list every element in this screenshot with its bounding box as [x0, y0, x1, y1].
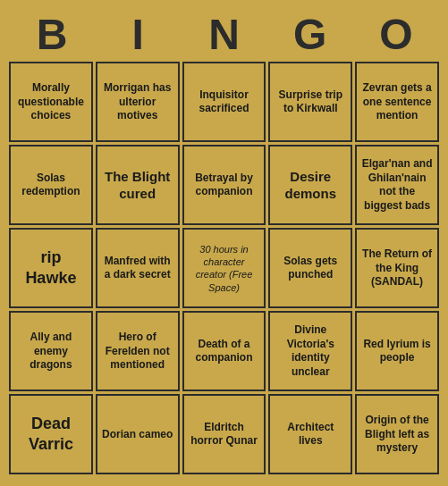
- bingo-cell-5[interactable]: Solas redemption: [9, 145, 93, 225]
- bingo-cell-4[interactable]: Zevran gets a one sentence mention: [355, 62, 439, 142]
- letter-i: I: [95, 12, 181, 59]
- letter-o: O: [353, 12, 439, 59]
- bingo-cell-1[interactable]: Morrigan has ulterior motives: [96, 62, 180, 142]
- bingo-cell-22[interactable]: Eldritch horror Qunar: [182, 394, 266, 474]
- bingo-cell-13[interactable]: Solas gets punched: [268, 228, 352, 308]
- bingo-cell-17[interactable]: Death of a companion: [182, 311, 266, 391]
- bingo-cell-19[interactable]: Red lyrium is people: [355, 311, 439, 391]
- bingo-cell-11[interactable]: Manfred with a dark secret: [96, 228, 180, 308]
- bingo-cell-10[interactable]: rip Hawke: [9, 228, 93, 308]
- bingo-cell-9[interactable]: Elgar'nan and Ghilan'nain not the bigges…: [355, 145, 439, 225]
- letter-n: N: [181, 12, 266, 59]
- bingo-cell-6[interactable]: The Blight cured: [96, 145, 180, 225]
- bingo-header: B I N G O: [9, 12, 439, 59]
- bingo-cell-23[interactable]: Architect lives: [268, 394, 352, 474]
- bingo-cell-14[interactable]: The Return of the King (SANDAL): [355, 228, 439, 308]
- bingo-cell-0[interactable]: Morally questionable choices: [9, 62, 93, 142]
- bingo-cell-21[interactable]: Dorian cameo: [96, 394, 180, 474]
- bingo-card: B I N G O Morally questionable choicesMo…: [0, 3, 448, 484]
- bingo-cell-2[interactable]: Inquisitor sacrificed: [182, 62, 266, 142]
- bingo-cell-20[interactable]: Dead Varric: [9, 394, 93, 474]
- bingo-grid: Morally questionable choicesMorrigan has…: [9, 62, 439, 474]
- bingo-cell-16[interactable]: Hero of Ferelden not mentioned: [96, 311, 180, 391]
- bingo-cell-7[interactable]: Betrayal by companion: [182, 145, 266, 225]
- bingo-cell-3[interactable]: Surprise trip to Kirkwall: [268, 62, 352, 142]
- bingo-cell-24[interactable]: Origin of the Blight left as mystery: [355, 394, 439, 474]
- letter-g: G: [267, 12, 353, 59]
- bingo-cell-18[interactable]: Divine Victoria's identity unclear: [268, 311, 352, 391]
- bingo-cell-12[interactable]: 30 hours in character creator (Free Spac…: [182, 228, 266, 308]
- bingo-cell-15[interactable]: Ally and enemy dragons: [9, 311, 93, 391]
- bingo-cell-8[interactable]: Desire demons: [268, 145, 352, 225]
- letter-b: B: [9, 12, 95, 59]
